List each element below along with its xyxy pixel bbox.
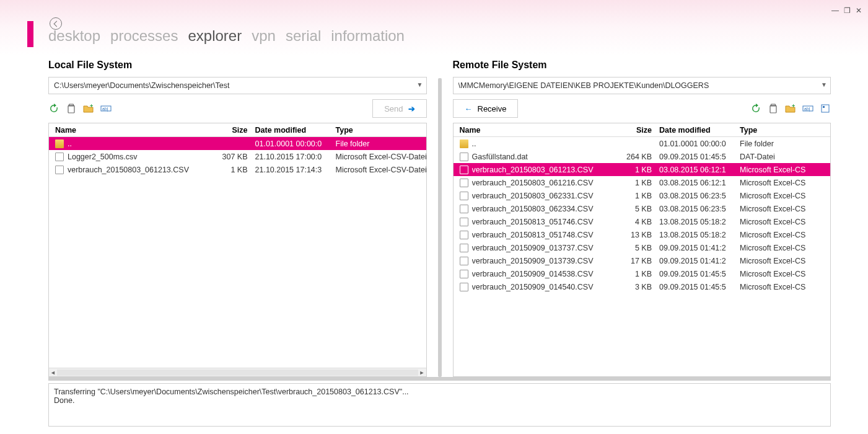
file-date: 01.01.0001 00:00:0 bbox=[252, 140, 332, 148]
folder-row[interactable]: ..01.01.0001 00:00:0File folder bbox=[454, 137, 831, 150]
file-size: 4 KB bbox=[612, 218, 655, 226]
file-icon bbox=[460, 231, 468, 239]
file-type: Microsoft Excel-CSV-Datei bbox=[332, 153, 426, 161]
folder-icon bbox=[55, 140, 64, 148]
file-date: 03.08.2015 06:12:1 bbox=[655, 179, 736, 187]
close-button[interactable]: ✕ bbox=[856, 6, 862, 15]
tab-information[interactable]: information bbox=[331, 27, 405, 45]
svg-rect-6 bbox=[822, 105, 829, 112]
file-name: verbrauch_20150909_014538.CSV bbox=[472, 270, 594, 278]
log-output: Transferring "C:\Users\meyer\Documents\Z… bbox=[48, 383, 831, 427]
col-size[interactable]: Size bbox=[208, 126, 252, 135]
file-type: File folder bbox=[332, 140, 426, 148]
col-name[interactable]: Name bbox=[49, 126, 208, 135]
file-size: 13 KB bbox=[612, 231, 655, 239]
tab-serial[interactable]: serial bbox=[286, 27, 321, 45]
file-row[interactable]: verbrauch_20150909_013737.CSV5 KB09.09.2… bbox=[454, 241, 831, 254]
file-size: 1 KB bbox=[208, 166, 252, 174]
scrollbar-horizontal[interactable]: ◄► bbox=[49, 368, 426, 376]
file-row[interactable]: verbrauch_20150813_051746.CSV4 KB13.08.2… bbox=[454, 215, 831, 228]
file-name: verbrauch_20150909_014540.CSV bbox=[472, 283, 594, 291]
col-name[interactable]: Name bbox=[454, 126, 613, 135]
remote-panel: Remote File System ▼ ← Receive + ab| bbox=[453, 60, 831, 377]
file-date: 13.08.2015 05:18:2 bbox=[655, 231, 736, 239]
file-date: 03.08.2015 06:23:5 bbox=[655, 205, 736, 213]
file-type: DAT-Datei bbox=[736, 153, 830, 161]
file-row[interactable]: verbrauch_20150803_061213.CSV1 KB21.10.2… bbox=[49, 163, 426, 176]
folder-row[interactable]: ..01.01.0001 00:00:0File folder bbox=[49, 137, 426, 150]
file-size: 1 KB bbox=[612, 166, 655, 174]
new-folder-icon[interactable]: + bbox=[785, 103, 796, 114]
tab-processes[interactable]: processes bbox=[110, 27, 178, 45]
minimize-button[interactable]: — bbox=[831, 6, 839, 15]
file-type: Microsoft Excel-CS bbox=[736, 283, 830, 291]
file-icon bbox=[460, 153, 468, 161]
file-row[interactable]: verbrauch_20150909_014538.CSV1 KB09.09.2… bbox=[454, 267, 831, 280]
local-path-input[interactable] bbox=[48, 77, 427, 94]
file-date: 01.01.0001 00:00:0 bbox=[655, 140, 736, 148]
local-title: Local File System bbox=[48, 60, 427, 71]
file-name: .. bbox=[472, 140, 476, 148]
log-line: Done. bbox=[54, 396, 825, 405]
log-resize-handle[interactable] bbox=[48, 377, 831, 381]
file-name: .. bbox=[68, 140, 72, 148]
send-button[interactable]: Send ➔ bbox=[372, 99, 426, 118]
remote-path-input[interactable] bbox=[453, 77, 831, 94]
file-row[interactable]: verbrauch_20150909_014540.CSV3 KB09.09.2… bbox=[454, 280, 831, 293]
file-row[interactable]: verbrauch_20150909_013739.CSV17 KB09.09.… bbox=[454, 254, 831, 267]
refresh-icon[interactable] bbox=[750, 103, 761, 114]
tab-vpn[interactable]: vpn bbox=[252, 27, 276, 45]
file-row[interactable]: verbrauch_20150803_062334.CSV5 KB03.08.2… bbox=[454, 202, 831, 215]
file-row[interactable]: Gasfüllstand.dat264 KB09.09.2015 01:45:5… bbox=[454, 150, 831, 163]
delete-icon[interactable] bbox=[768, 103, 779, 114]
rename-icon[interactable]: ab| bbox=[100, 103, 112, 114]
brand-accent bbox=[27, 21, 33, 47]
file-row[interactable]: verbrauch_20150803_062331.CSV1 KB03.08.2… bbox=[454, 189, 831, 202]
file-type: Microsoft Excel-CS bbox=[736, 166, 830, 174]
file-type: Microsoft Excel-CS bbox=[736, 192, 830, 200]
file-size: 5 KB bbox=[612, 244, 655, 252]
file-date: 21.10.2015 17:00:0 bbox=[252, 153, 332, 161]
tab-explorer[interactable]: explorer bbox=[188, 27, 242, 45]
file-name: Gasfüllstand.dat bbox=[472, 153, 528, 161]
tab-desktop[interactable]: desktop bbox=[48, 27, 100, 45]
file-row[interactable]: verbrauch_20150803_061216.CSV1 KB03.08.2… bbox=[454, 176, 831, 189]
file-date: 09.09.2015 01:45:5 bbox=[655, 283, 736, 291]
panel-divider[interactable] bbox=[438, 78, 442, 377]
file-size: 5 KB bbox=[612, 205, 655, 213]
file-type: Microsoft Excel-CS bbox=[736, 205, 830, 213]
refresh-icon[interactable] bbox=[48, 103, 59, 114]
file-icon bbox=[460, 192, 468, 200]
file-name: verbrauch_20150909_013739.CSV bbox=[472, 257, 594, 265]
arrow-right-icon: ➔ bbox=[408, 104, 415, 113]
file-row[interactable]: Logger2_500ms.csv307 KB21.10.2015 17:00:… bbox=[49, 150, 426, 163]
properties-icon[interactable] bbox=[820, 103, 831, 114]
delete-icon[interactable] bbox=[66, 103, 77, 114]
col-date[interactable]: Date modified bbox=[655, 126, 736, 135]
svg-text:+: + bbox=[90, 104, 93, 109]
col-type[interactable]: Type bbox=[332, 126, 426, 135]
file-date: 21.10.2015 17:14:3 bbox=[252, 166, 332, 174]
file-type: Microsoft Excel-CS bbox=[736, 270, 830, 278]
file-row[interactable]: verbrauch_20150813_051748.CSV13 KB13.08.… bbox=[454, 228, 831, 241]
rename-icon[interactable]: ab| bbox=[802, 103, 813, 114]
receive-button[interactable]: ← Receive bbox=[453, 99, 519, 118]
col-type[interactable]: Type bbox=[736, 126, 830, 135]
new-folder-icon[interactable]: + bbox=[83, 103, 94, 114]
arrow-left-icon: ← bbox=[465, 104, 473, 113]
file-icon bbox=[460, 257, 468, 265]
file-icon bbox=[55, 166, 64, 174]
file-row[interactable]: verbrauch_20150803_061213.CSV1 KB03.08.2… bbox=[454, 163, 831, 176]
folder-icon bbox=[460, 140, 468, 148]
file-date: 13.08.2015 05:18:2 bbox=[655, 218, 736, 226]
file-type: Microsoft Excel-CS bbox=[736, 179, 830, 187]
file-name: verbrauch_20150813_051746.CSV bbox=[472, 218, 594, 226]
file-icon bbox=[460, 244, 468, 252]
file-date: 09.09.2015 01:41:2 bbox=[655, 244, 736, 252]
restore-button[interactable]: ❐ bbox=[844, 6, 851, 15]
remote-file-list: Name Size Date modified Type ..01.01.000… bbox=[453, 123, 831, 377]
log-line: Transferring "C:\Users\meyer\Documents\Z… bbox=[54, 388, 825, 396]
col-date[interactable]: Date modified bbox=[252, 126, 332, 135]
col-size[interactable]: Size bbox=[612, 126, 655, 135]
file-date: 09.09.2015 01:41:2 bbox=[655, 257, 736, 265]
